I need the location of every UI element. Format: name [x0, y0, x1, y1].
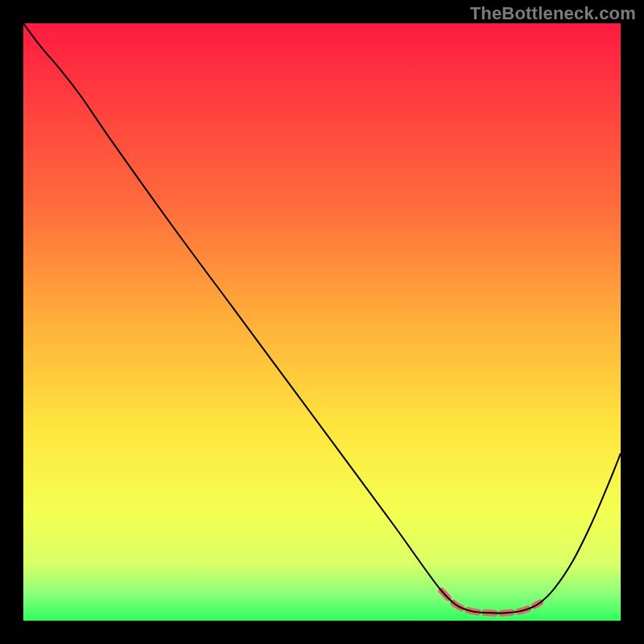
chart-frame: TheBottleneck.com [0, 0, 644, 644]
gradient-background [23, 23, 621, 621]
plot-area [23, 23, 621, 621]
watermark-text: TheBottleneck.com [470, 3, 636, 24]
chart-svg [23, 23, 621, 621]
